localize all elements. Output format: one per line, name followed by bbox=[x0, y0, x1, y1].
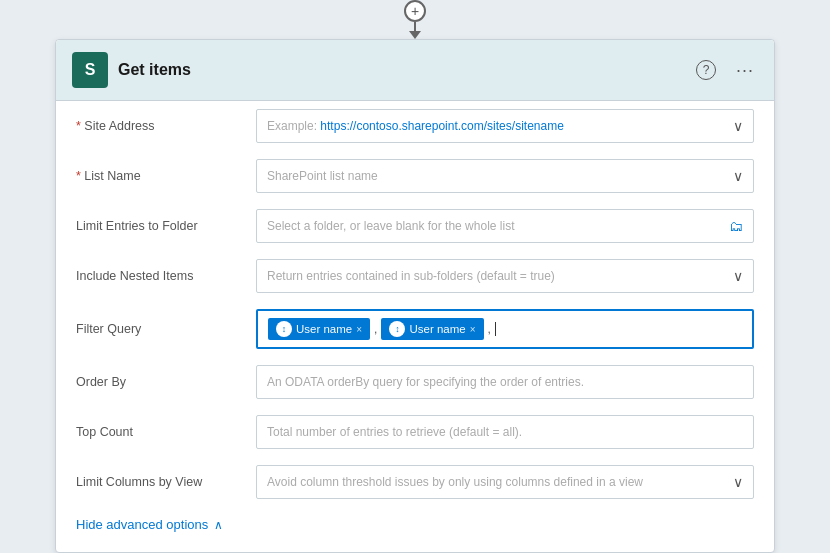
filter-query-row: Filter Query ↕ User name × , ↕ User name… bbox=[76, 301, 754, 357]
folder-icon: 🗂 bbox=[729, 218, 743, 234]
limit-entries-label: Limit Entries to Folder bbox=[76, 219, 256, 233]
limit-entries-row: Limit Entries to Folder Select a folder,… bbox=[76, 201, 754, 251]
more-options-button[interactable]: ··· bbox=[732, 56, 758, 85]
list-name-row: List Name SharePoint list name ∨ bbox=[76, 151, 754, 201]
top-count-input[interactable]: Total number of entries to retrieve (def… bbox=[256, 415, 754, 449]
help-icon: ? bbox=[696, 60, 716, 80]
top-count-label: Top Count bbox=[76, 425, 256, 439]
filter-token-1-close[interactable]: × bbox=[356, 324, 362, 335]
site-address-dropdown-icon: ∨ bbox=[733, 118, 743, 134]
list-name-placeholder: SharePoint list name bbox=[267, 169, 378, 183]
top-count-placeholder: Total number of entries to retrieve (def… bbox=[267, 425, 522, 439]
sharepoint-icon: S bbox=[72, 52, 108, 88]
card-header: S Get items ? ··· bbox=[56, 40, 774, 101]
include-nested-placeholder: Return entries contained in sub-folders … bbox=[267, 269, 555, 283]
limit-columns-input[interactable]: Avoid column threshold issues by only us… bbox=[256, 465, 754, 499]
limit-columns-row: Limit Columns by View Avoid column thres… bbox=[76, 457, 754, 507]
user-icon-2: ↕ bbox=[389, 321, 405, 337]
order-by-label: Order By bbox=[76, 375, 256, 389]
include-nested-label: Include Nested Items bbox=[76, 269, 256, 283]
hide-advanced-label: Hide advanced options bbox=[76, 517, 208, 532]
filter-query-input[interactable]: ↕ User name × , ↕ User name × , bbox=[256, 309, 754, 349]
add-step-icon[interactable]: + bbox=[404, 0, 426, 22]
site-address-label: Site Address bbox=[76, 119, 256, 133]
limit-columns-dropdown-icon: ∨ bbox=[733, 474, 743, 490]
top-count-row: Top Count Total number of entries to ret… bbox=[76, 407, 754, 457]
filter-token-2[interactable]: ↕ User name × bbox=[381, 318, 483, 340]
card-body: Site Address Example: https://contoso.sh… bbox=[56, 101, 774, 552]
header-left: S Get items bbox=[72, 52, 191, 88]
connector-top: + bbox=[404, 0, 426, 39]
list-name-dropdown-icon: ∨ bbox=[733, 168, 743, 184]
more-options-icon: ··· bbox=[736, 60, 754, 81]
limit-columns-placeholder: Avoid column threshold issues by only us… bbox=[267, 475, 643, 489]
help-button[interactable]: ? bbox=[692, 56, 720, 84]
limit-columns-label: Limit Columns by View bbox=[76, 475, 256, 489]
filter-token-2-label: User name bbox=[409, 323, 465, 335]
filter-query-container: ↕ User name × , ↕ User name × , bbox=[268, 318, 496, 340]
include-nested-input[interactable]: Return entries contained in sub-folders … bbox=[256, 259, 754, 293]
arrow-down-icon bbox=[409, 31, 421, 39]
chevron-up-icon: ∧ bbox=[214, 518, 223, 532]
filter-token-1-label: User name bbox=[296, 323, 352, 335]
include-nested-dropdown-icon: ∨ bbox=[733, 268, 743, 284]
token-separator-2: , bbox=[488, 322, 491, 336]
list-name-label: List Name bbox=[76, 169, 256, 183]
filter-cursor bbox=[495, 322, 496, 336]
order-by-row: Order By An ODATA orderBy query for spec… bbox=[76, 357, 754, 407]
header-right: ? ··· bbox=[692, 56, 758, 85]
hide-advanced-button[interactable]: Hide advanced options ∧ bbox=[76, 507, 223, 536]
user-icon-1: ↕ bbox=[276, 321, 292, 337]
order-by-input[interactable]: An ODATA orderBy query for specifying th… bbox=[256, 365, 754, 399]
limit-entries-input[interactable]: Select a folder, or leave blank for the … bbox=[256, 209, 754, 243]
site-address-row: Site Address Example: https://contoso.sh… bbox=[76, 101, 754, 151]
list-name-input[interactable]: SharePoint list name ∨ bbox=[256, 159, 754, 193]
order-by-placeholder: An ODATA orderBy query for specifying th… bbox=[267, 375, 584, 389]
token-separator-1: , bbox=[374, 322, 377, 336]
site-address-placeholder: Example: https://contoso.sharepoint.com/… bbox=[267, 119, 564, 133]
limit-entries-placeholder: Select a folder, or leave blank for the … bbox=[267, 219, 514, 233]
card-title: Get items bbox=[118, 61, 191, 79]
site-address-input[interactable]: Example: https://contoso.sharepoint.com/… bbox=[256, 109, 754, 143]
filter-token-2-close[interactable]: × bbox=[470, 324, 476, 335]
filter-query-label: Filter Query bbox=[76, 322, 256, 336]
include-nested-row: Include Nested Items Return entries cont… bbox=[76, 251, 754, 301]
filter-token-1[interactable]: ↕ User name × bbox=[268, 318, 370, 340]
get-items-card: S Get items ? ··· Site Address bbox=[55, 39, 775, 553]
